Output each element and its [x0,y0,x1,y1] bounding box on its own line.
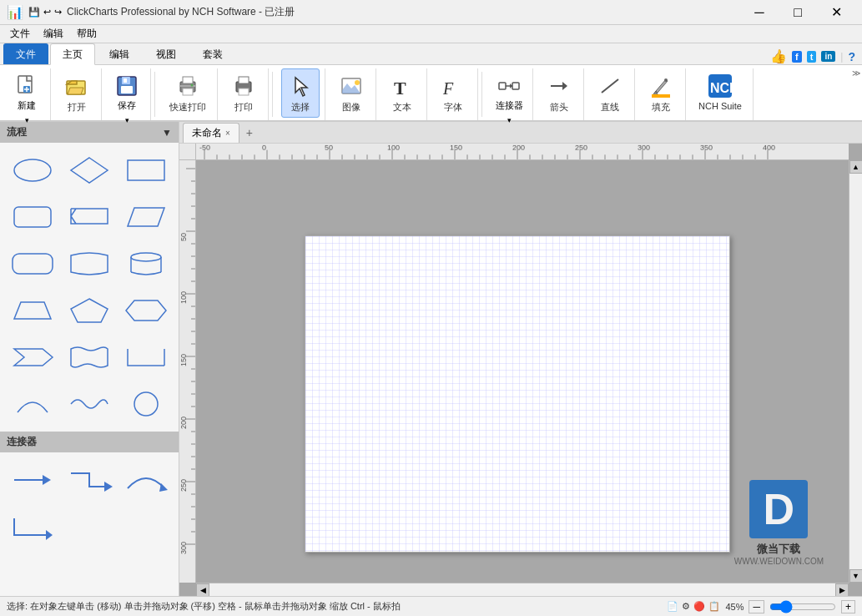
svg-rect-39 [13,254,53,274]
shape-circle[interactable] [120,383,172,425]
main-content: 流程 ▼ [0,122,862,596]
zoom-level: 45% [725,602,744,612]
scroll-up-btn[interactable]: ▲ [849,160,863,174]
select-button[interactable]: 选择 [281,68,320,118]
shape-ellipse[interactable] [7,149,58,191]
svg-rect-8 [124,78,127,83]
nch-suite-button[interactable]: NCH NCH Suite [693,68,748,115]
menu-help[interactable]: 帮助 [70,25,103,43]
ruler-h-canvas [196,144,849,159]
tab-home[interactable]: 主页 [50,43,95,65]
scroll-right-btn[interactable]: ▶ [835,583,849,597]
arrow-button[interactable]: 箭头 [540,68,578,118]
canvas-tab-unnamed[interactable]: 未命名 × [183,123,239,143]
tab-file[interactable]: 文件 [3,43,48,64]
canvas-tab-close-btn[interactable]: × [225,129,230,138]
status-icon-4: 📋 [708,601,720,612]
help-icon[interactable]: ? [848,50,855,63]
ribbon-expand[interactable]: ≫ [852,67,860,78]
fill-button[interactable]: 填充 [642,68,680,118]
quick-access-undo[interactable]: ↩ [43,7,51,18]
quick-print-button[interactable]: 快速打印 [164,68,212,118]
new-label: 新建 [18,99,36,112]
canvas-tab-add-btn[interactable]: + [239,124,260,142]
shape-pentagon[interactable] [63,290,115,331]
group-image: 图像 [327,68,376,120]
shape-rect-rounded-corners[interactable] [7,243,58,285]
open-button[interactable]: 打开 [58,68,96,118]
twitter-icon[interactable]: t [807,51,817,63]
scroll-left-btn[interactable]: ◀ [196,583,209,597]
connector-elbow-down[interactable] [7,506,58,548]
close-button[interactable]: ✕ [817,0,855,25]
shape-rounded-rect[interactable] [7,196,58,238]
watermark-logo-letter: D [764,487,795,531]
canvas-tab-name: 未命名 [192,126,222,140]
shape-parallelogram[interactable] [120,196,172,238]
flow-section-arrow: ▼ [162,127,172,139]
new-dropdown-arrow[interactable]: ▾ [8,114,45,126]
svg-rect-7 [121,86,133,93]
new-icon [13,73,40,99]
scroll-down-btn[interactable]: ▼ [849,569,863,583]
canvas-scroll-area[interactable]: D 微当下载 WWW.WEIDOWN.COM [196,160,849,583]
shape-wave[interactable] [63,383,115,425]
zoom-in-btn[interactable]: + [841,600,855,613]
shape-partial-ellipse[interactable] [7,383,58,425]
shape-tape[interactable] [63,243,115,285]
canvas-viewport[interactable]: D 微当下载 WWW.WEIDOWN.COM ◀ ▶ ▲ ▼ [179,144,862,596]
menu-edit[interactable]: 编辑 [37,25,70,43]
tab-view[interactable]: 视图 [144,43,189,64]
status-icon-2: ⚙ [682,601,690,612]
save-dropdown-arrow[interactable]: ▾ [108,114,145,126]
watermark-brand: 微当下载 [757,542,800,557]
shape-trapezoid[interactable] [7,290,58,331]
watermark: D 微当下载 WWW.WEIDOWN.COM [734,480,824,566]
shape-ribbon[interactable] [63,196,115,238]
shape-diamond[interactable] [63,149,115,191]
zoom-out-btn[interactable]: ─ [749,600,764,613]
font-button[interactable]: F 字体 [434,68,472,118]
shape-cylinder[interactable] [120,243,172,285]
connector-curve[interactable] [120,459,172,501]
minimize-button[interactable]: ─ [740,0,779,25]
scrollbar-horizontal[interactable]: ◀ ▶ [196,583,849,596]
scroll-v-track[interactable] [849,174,862,569]
facebook-icon[interactable]: f [792,51,802,63]
title-bar: 📊 💾 ↩ ↪ ClickCharts Professional by NCH … [0,0,862,25]
scrollbar-vertical[interactable]: ▲ ▼ [849,160,862,583]
shape-chevron[interactable] [7,336,58,378]
shape-hexagon[interactable] [120,290,172,331]
connector-section-header[interactable]: 连接器 [0,432,179,452]
new-button[interactable]: 新建 [8,68,45,114]
canvas-page [305,235,730,553]
select-icon [287,73,314,99]
connector-button[interactable]: 连接器 [491,68,527,114]
quick-access-save[interactable]: 💾 [28,7,40,18]
text-button[interactable]: T 文本 [383,68,421,118]
ribbon-toolbar: 新建 ▾ 打开 保存 ▾ [0,65,862,122]
tab-suite[interactable]: 套装 [190,43,235,64]
group-open: 打开 [53,68,102,120]
shape-rect[interactable] [120,149,172,191]
maximize-button[interactable]: □ [779,0,817,25]
line-label: 直线 [601,101,619,114]
quick-access-redo[interactable]: ↪ [54,7,62,18]
connector-arrow-right[interactable] [7,459,58,501]
linkedin-icon[interactable]: in [821,51,835,62]
image-button[interactable]: 图像 [332,68,371,118]
print-button[interactable]: 打印 [224,68,263,118]
connector-dropdown-arrow[interactable]: ▾ [491,114,527,126]
tab-edit[interactable]: 编辑 [97,43,142,64]
connector-elbow[interactable] [63,459,115,501]
shape-open-rect[interactable] [120,336,172,378]
line-button[interactable]: 直线 [591,68,629,118]
save-label: 保存 [118,99,136,112]
scroll-h-track[interactable] [209,583,835,596]
group-connector: 连接器 ▾ [486,68,533,120]
thumbs-up-icon[interactable]: 👍 [770,48,787,64]
menu-file[interactable]: 文件 [3,25,37,43]
zoom-slider[interactable] [769,601,836,613]
shape-wave-rect[interactable] [63,336,115,378]
save-button[interactable]: 保存 [108,68,145,114]
